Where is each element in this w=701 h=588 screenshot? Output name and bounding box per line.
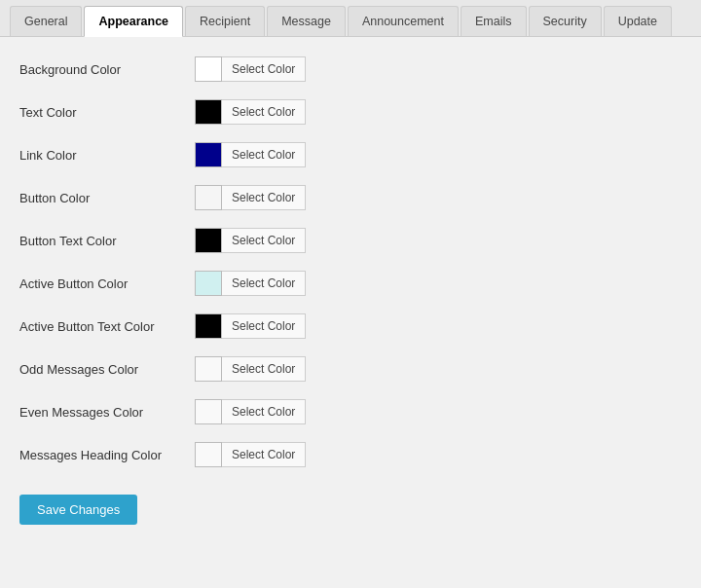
tab-recipient[interactable]: Recipient <box>185 6 265 36</box>
color-swatch-active-button-text-color <box>195 313 222 339</box>
color-row-active-button-text-color: Active Button Text ColorSelect Color <box>19 313 682 339</box>
select-color-button-link-color[interactable]: Select Color <box>222 142 306 167</box>
select-color-button-background-color[interactable]: Select Color <box>222 56 306 82</box>
color-swatch-background-color <box>195 56 222 82</box>
select-color-button-active-button-color[interactable]: Select Color <box>222 271 306 296</box>
tab-announcement[interactable]: Announcement <box>348 6 459 36</box>
color-picker-background-color[interactable]: Select Color <box>195 56 306 82</box>
color-label-link-color: Link Color <box>19 148 195 163</box>
color-label-button-text-color: Button Text Color <box>19 234 195 248</box>
tabs-bar: GeneralAppearanceRecipientMessageAnnounc… <box>0 0 701 37</box>
content-area: Background ColorSelect ColorText ColorSe… <box>0 37 701 544</box>
color-label-even-messages-color: Even Messages Color <box>19 405 195 420</box>
color-label-odd-messages-color: Odd Messages Color <box>19 362 195 377</box>
color-picker-active-button-color[interactable]: Select Color <box>195 271 306 296</box>
color-swatch-button-color <box>195 185 222 210</box>
color-picker-odd-messages-color[interactable]: Select Color <box>195 356 306 382</box>
color-picker-button-text-color[interactable]: Select Color <box>195 228 306 253</box>
color-label-button-color: Button Color <box>19 191 195 205</box>
tab-update[interactable]: Update <box>604 6 672 36</box>
select-color-button-active-button-text-color[interactable]: Select Color <box>222 313 306 339</box>
color-swatch-even-messages-color <box>195 399 222 424</box>
select-color-button-button-text-color[interactable]: Select Color <box>222 228 306 253</box>
color-row-button-text-color: Button Text ColorSelect Color <box>19 228 682 253</box>
color-picker-text-color[interactable]: Select Color <box>195 99 306 125</box>
select-color-button-messages-heading-color[interactable]: Select Color <box>222 442 306 467</box>
tab-message[interactable]: Message <box>267 6 346 36</box>
color-row-link-color: Link ColorSelect Color <box>19 142 682 167</box>
color-row-background-color: Background ColorSelect Color <box>19 56 682 82</box>
page-wrapper: GeneralAppearanceRecipientMessageAnnounc… <box>0 0 701 588</box>
color-label-background-color: Background Color <box>19 62 195 77</box>
tab-appearance[interactable]: Appearance <box>84 6 183 37</box>
color-picker-button-color[interactable]: Select Color <box>195 185 306 210</box>
save-changes-button[interactable]: Save Changes <box>19 495 137 525</box>
color-swatch-active-button-color <box>195 271 222 296</box>
color-swatch-messages-heading-color <box>195 442 222 467</box>
tab-security[interactable]: Security <box>529 6 602 36</box>
select-color-button-even-messages-color[interactable]: Select Color <box>222 399 306 424</box>
select-color-button-button-color[interactable]: Select Color <box>222 185 306 210</box>
color-row-button-color: Button ColorSelect Color <box>19 185 682 210</box>
color-label-text-color: Text Color <box>19 105 195 120</box>
color-row-odd-messages-color: Odd Messages ColorSelect Color <box>19 356 682 382</box>
tab-emails[interactable]: Emails <box>461 6 527 36</box>
color-swatch-odd-messages-color <box>195 356 222 382</box>
tab-general[interactable]: General <box>10 6 82 36</box>
color-label-active-button-text-color: Active Button Text Color <box>19 319 195 334</box>
color-picker-even-messages-color[interactable]: Select Color <box>195 399 306 424</box>
color-picker-active-button-text-color[interactable]: Select Color <box>195 313 306 339</box>
color-row-even-messages-color: Even Messages ColorSelect Color <box>19 399 682 424</box>
color-row-text-color: Text ColorSelect Color <box>19 99 682 125</box>
color-swatch-link-color <box>195 142 222 167</box>
color-picker-link-color[interactable]: Select Color <box>195 142 306 167</box>
color-swatch-text-color <box>195 99 222 125</box>
color-label-messages-heading-color: Messages Heading Color <box>19 448 195 462</box>
select-color-button-text-color[interactable]: Select Color <box>222 99 306 125</box>
color-swatch-button-text-color <box>195 228 222 253</box>
select-color-button-odd-messages-color[interactable]: Select Color <box>222 356 306 382</box>
color-row-messages-heading-color: Messages Heading ColorSelect Color <box>19 442 682 467</box>
color-label-active-button-color: Active Button Color <box>19 276 195 291</box>
color-row-active-button-color: Active Button ColorSelect Color <box>19 271 682 296</box>
color-picker-messages-heading-color[interactable]: Select Color <box>195 442 306 467</box>
